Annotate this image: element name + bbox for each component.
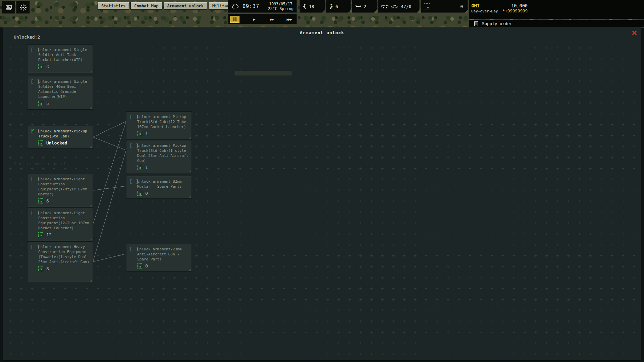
infantry-count: 18 — [309, 4, 314, 9]
supply-crate-icon — [137, 263, 142, 268]
tech-tree: [ ]Unlock armament-Single Soldier Anti-T… — [3, 27, 641, 360]
resource-infantry[interactable]: 18 — [300, 0, 325, 13]
resource-vehicles[interactable]: 47/0 — [378, 0, 420, 13]
gmi-value: 10,000 — [511, 3, 528, 8]
node-cost: 1 — [145, 165, 148, 170]
supply-crate-icon — [38, 64, 43, 69]
specialist-count: 2 — [364, 4, 366, 9]
node-title: Unlock armament-Heavy Construction Equip… — [38, 244, 90, 264]
supply-crate-icon — [38, 266, 43, 271]
tech-node-n9[interactable]: [ ]Unlock armament-Heavy Construction Eq… — [27, 241, 93, 282]
supply-crate-icon — [38, 198, 43, 203]
node-footer: Unlocked — [38, 140, 90, 145]
tech-node-n7[interactable]: [ ]Unlock armament-Light Construction Eq… — [27, 174, 93, 207]
tech-node-n10[interactable]: [ ]Unlock armament-23mm Anti-Aircraft Gu… — [126, 244, 192, 272]
checkbox-empty: [ ] — [31, 210, 40, 216]
supply-crate-icon — [38, 140, 43, 145]
finance-panel: GMI 10,000 Day-over-Day *+99999999 Suppl… — [469, 0, 644, 28]
soldier-standing-icon — [303, 4, 307, 9]
node-footer: 12 — [38, 232, 90, 237]
node-cost: 3 — [46, 64, 49, 69]
tech-node-n6[interactable]: [ ]Unlock armament-82mm Mortar - Spare P… — [126, 176, 192, 199]
supply-order-label: Supply order — [482, 21, 512, 26]
play-button[interactable]: ▶ — [249, 16, 259, 23]
fastest-forward-button[interactable]: ▶▶▶ — [284, 16, 294, 23]
day-over-day-value: *+99999999 — [502, 8, 528, 13]
node-title: Unlock armament-Pickup Truck(Std Cab)(I-… — [137, 143, 189, 163]
checkbox-empty: [ ] — [129, 143, 139, 148]
resource-crew[interactable]: 6 — [326, 0, 351, 13]
fast-forward-button[interactable]: ▶▶ — [267, 16, 276, 23]
day-over-day-row: Day-over-Day *+99999999 — [471, 8, 528, 13]
play-icon: ▶ — [253, 18, 255, 21]
node-footer: 1 — [137, 131, 189, 136]
node-title: Unlock armament-Single Soldier Anti-Tank… — [38, 47, 90, 62]
node-footer: 3 — [38, 64, 90, 69]
node-footer: 0 — [137, 263, 189, 268]
console-window-button[interactable] — [2, 1, 15, 14]
supply-order-button[interactable]: Supply order — [469, 20, 644, 27]
node-title: Unlock armament-Pickup Truck(Std Cab)(12… — [137, 114, 189, 129]
checkbox-empty: [ ] — [31, 177, 40, 182]
tech-node-n3[interactable]: [ ]✓Unlock armament-Pickup Truck(Std Cab… — [27, 126, 93, 148]
tech-node-n4[interactable]: [ ]Unlock armament-Pickup Truck(Std Cab)… — [126, 111, 192, 140]
crew-count: 6 — [335, 4, 338, 9]
soldier-prone-icon — [355, 4, 361, 8]
date-season: 1993/05/17 23°C Spring — [268, 2, 293, 11]
node-title: Unlock armament-Single Soldier 40mm Semi… — [38, 79, 90, 99]
node-title: Unlock armament-Pickup Truck(Std Cab) — [38, 129, 90, 139]
node-footer: 1 — [137, 165, 189, 170]
fast-forward-icon: ▶▶ — [270, 18, 273, 21]
supply-crate-icon — [38, 101, 43, 106]
node-title: Unlock armament-Light Construction Equip… — [38, 177, 90, 197]
armed-truck-icon — [391, 4, 398, 9]
tech-node-n8[interactable]: [ ]Unlock armament-Light Construction Eq… — [27, 207, 93, 241]
node-footer: 5 — [38, 101, 90, 106]
checkbox-checked: [ ]✓ — [31, 129, 40, 134]
time-controls: ▶ ▶▶ ▶▶▶ — [228, 14, 297, 24]
order-sheet-icon — [474, 21, 479, 26]
console-icon — [5, 3, 13, 11]
alerts-window-button[interactable] — [16, 1, 30, 14]
node-footer: 6 — [38, 198, 90, 203]
supply-crate-icon — [38, 232, 43, 237]
node-footer: 8 — [38, 266, 90, 271]
menu-combat-map[interactable]: Combat Map — [130, 2, 162, 10]
node-cost: 8 — [46, 266, 49, 271]
gmi-row: GMI 10,000 — [471, 0, 528, 8]
supply-count: 0 — [460, 4, 463, 9]
alert-burst-icon — [19, 3, 27, 11]
day-over-day-label: Day-over-Day — [471, 9, 498, 13]
check-icon: ✓ — [32, 128, 35, 133]
node-cost: 0 — [145, 263, 148, 268]
pause-button[interactable] — [230, 16, 239, 23]
supply-crate-icon — [137, 131, 142, 136]
tech-node-n5[interactable]: [ ]Unlock armament-Pickup Truck(Std Cab)… — [126, 140, 192, 173]
clock-date: 1993/05/17 — [268, 2, 293, 6]
checkbox-empty: [ ] — [129, 179, 139, 184]
top-bar: Statistics Combat Map Armament unlock Mi… — [0, 0, 644, 28]
gmi-label: GMI — [471, 3, 480, 8]
node-title: Unlock armament-Light Construction Equip… — [38, 210, 90, 231]
checkbox-empty: [ ] — [31, 47, 40, 52]
checkbox-empty: [ ] — [129, 247, 139, 252]
soldier-kneeling-icon — [329, 4, 333, 9]
node-footer: 0 — [137, 191, 189, 196]
gmi-box: GMI 10,000 Day-over-Day *+99999999 — [469, 0, 644, 19]
pause-icon — [233, 17, 236, 21]
truck-icon — [381, 4, 389, 9]
menu-statistics[interactable]: Statistics — [98, 2, 129, 10]
menu-armament-unlock[interactable]: Armament unlock — [164, 2, 207, 10]
node-cost: 1 — [145, 131, 148, 136]
node-cost: 6 — [46, 198, 49, 203]
node-cost: 5 — [46, 101, 49, 106]
supply-crate-icon — [424, 3, 430, 9]
resource-specialists[interactable]: 2 — [352, 0, 377, 13]
node-title: Unlock armament-82mm Mortar - Spare Part… — [137, 179, 189, 189]
tech-node-n1[interactable]: [ ]Unlock armament-Single Soldier Anti-T… — [27, 44, 93, 73]
node-title: Unlock armament-23mm Anti-Aircraft Gun -… — [137, 247, 189, 262]
node-cost: 12 — [46, 232, 52, 237]
tech-node-n2[interactable]: [ ]Unlock armament-Single Soldier 40mm S… — [27, 76, 93, 110]
checkbox-empty: [ ] — [31, 244, 40, 249]
resource-supplies[interactable]: 0 — [421, 0, 468, 13]
